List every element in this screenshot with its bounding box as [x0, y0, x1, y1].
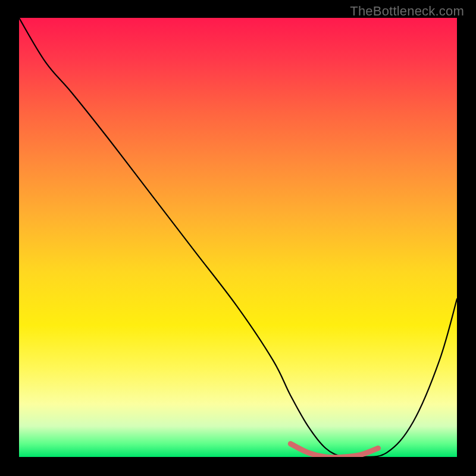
chart-frame: TheBottleneck.com: [0, 0, 476, 476]
plot-area: [19, 18, 457, 457]
optimal-range-marker: [290, 444, 378, 457]
curve-layer: [19, 18, 457, 457]
attribution-text: TheBottleneck.com: [350, 4, 464, 19]
bottleneck-curve: [19, 18, 457, 457]
